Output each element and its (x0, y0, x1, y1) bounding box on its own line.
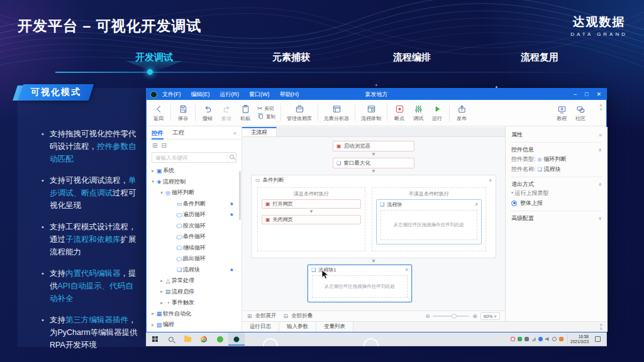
nav-tab-3[interactable]: 流程编排 (377, 52, 447, 63)
nav-tab-4[interactable]: 流程复用 (505, 52, 574, 63)
favorite-star-icon[interactable]: ★ (230, 267, 234, 273)
tray-orange-icon[interactable] (559, 337, 564, 341)
toolbar-analyzer-button[interactable]: 元素分析器 (321, 104, 352, 122)
toolbar-deps-button[interactable]: 管理依赖库 (284, 104, 315, 122)
tree-item-3[interactable]: ▾◎循环判断 (147, 187, 242, 199)
tree-item-9[interactable]: ◯跳出循环 (147, 253, 242, 265)
volume-icon[interactable] (545, 337, 550, 341)
tree-caret-icon[interactable]: ▸ (159, 300, 164, 305)
node-condition-container[interactable]: ▭ 条件判断 ∧ 满足条件时执行 ▣打开网页▼▣关闭网页 (251, 175, 496, 258)
nav-tab-2[interactable]: 元素捕获 (257, 52, 326, 63)
tree-item-8[interactable]: ◯继续循环 (147, 243, 242, 254)
tree-item-5[interactable]: ◯遍历循环★ (147, 209, 242, 221)
toolbar-collapse-icon[interactable]: ∧∧ (599, 104, 602, 111)
file-explorer-button[interactable] (179, 332, 196, 346)
expand-all-icon[interactable]: ⊞ (247, 313, 252, 319)
toolbar-breakpoint-button[interactable]: 断点 (390, 104, 409, 122)
collapse-all-button[interactable]: 全部折叠 (291, 312, 313, 320)
bottom-tab-1[interactable]: 运行日志 (242, 322, 279, 332)
toolbar-back-button[interactable]: 返回 (149, 104, 168, 122)
search-icon[interactable] (227, 153, 236, 162)
tab-project[interactable]: 工程 (172, 129, 184, 137)
zoom-in-icon[interactable]: ⊕ (472, 313, 477, 319)
node-step-2[interactable]: ▣关闭网页 (262, 215, 361, 224)
toolbar-paste-button[interactable]: 粘贴 (236, 104, 255, 122)
collapse-all-icon[interactable]: ⊟ (284, 313, 289, 319)
close-button[interactable]: ✕ (596, 91, 601, 97)
tab-main-flow[interactable]: 主流程 (242, 127, 277, 136)
panel-collapse-icon[interactable]: « (233, 130, 236, 136)
section-caret-icon[interactable]: ∧ (598, 182, 602, 187)
tree-item-1[interactable]: ▸▣系统 (147, 165, 242, 177)
tray-blue-icon[interactable] (538, 337, 543, 341)
tree-item-12[interactable]: ▸▤流程启停 (147, 287, 242, 298)
minimize-button[interactable]: – (574, 91, 577, 97)
menu-item-4[interactable]: 窗口(W) (249, 90, 270, 99)
tray-shield-icon[interactable] (511, 337, 515, 341)
collapse-caret-icon[interactable]: ∧ (489, 178, 492, 183)
toolbar-undo-button[interactable]: 撤销 (198, 104, 217, 122)
toolbar-save-button[interactable]: 保存 (174, 104, 192, 122)
zoom-percent-dropdown[interactable]: 90% ˅ (480, 312, 500, 320)
section-caret-icon[interactable]: ∧ (598, 147, 602, 153)
browser-360-button[interactable] (212, 332, 228, 346)
node-launch-browser[interactable]: ▣ 启动浏览器 (333, 141, 414, 151)
node-process-block[interactable]: ❏ 流程块 ∧ 从左侧控件区拖拽操作控件到此处 (376, 199, 482, 244)
toolbar-debug-button[interactable]: 调试 (409, 104, 428, 122)
taskbar-clock[interactable]: 16:58 2021/3/23 (567, 334, 591, 344)
tree-caret-icon[interactable]: ▸ (150, 322, 155, 327)
tree-item-13[interactable]: ▸◔事件触发 (147, 297, 242, 309)
collapse-all-icon[interactable]: ⊟ (161, 142, 166, 149)
toolbar-cut-button[interactable]: ✂剪切 (257, 105, 275, 112)
collapse-caret-icon[interactable]: ∧ (405, 267, 408, 272)
collapse-caret-icon[interactable]: ∧ (475, 202, 478, 207)
radio-whole-report[interactable]: 整体上报 (511, 198, 602, 208)
bottom-collapse-icon[interactable]: ∧∧ (599, 323, 602, 331)
toolbar-run-button[interactable]: 运行 (428, 104, 447, 122)
bottom-tab-2[interactable]: 输入参数 (279, 322, 316, 332)
bottom-tab-3[interactable]: 变量列表 (316, 322, 353, 332)
tree-item-14[interactable]: ▸▦软件自动化 (147, 309, 242, 320)
rpa-app-button[interactable] (228, 332, 245, 346)
menu-item-3[interactable]: 运行(R) (220, 90, 240, 99)
action-center-icon[interactable] (595, 336, 601, 342)
restore-button[interactable]: □ (585, 91, 588, 97)
tree-item-15[interactable]: ▸▧编程 (147, 319, 242, 331)
search-input[interactable] (152, 155, 227, 161)
bluetooth-icon[interactable] (552, 337, 557, 341)
menu-item-1[interactable]: 文件(F) (162, 90, 181, 99)
tray-gray-icon[interactable] (525, 337, 529, 341)
tree-caret-icon[interactable]: ▸ (159, 278, 164, 283)
tree-item-2[interactable]: ▾◈流程控制 (147, 177, 242, 188)
menu-item-2[interactable]: 编辑(E) (191, 90, 210, 99)
chrome-button[interactable] (196, 332, 212, 346)
toolbar-record-button[interactable]: 流程录制 (358, 104, 384, 122)
tree-caret-icon[interactable]: ▸ (159, 289, 164, 294)
tree-item-10[interactable]: ❏流程块★ (147, 265, 242, 276)
tree-caret-icon[interactable]: ▸ (150, 311, 155, 316)
taskbar-search-button[interactable] (163, 332, 179, 346)
favorite-star-icon[interactable]: ★ (230, 212, 234, 217)
zoom-slider[interactable] (433, 315, 469, 317)
panel-scrollbar[interactable] (239, 171, 241, 220)
favorite-star-icon[interactable]: ★ (230, 201, 234, 207)
section-caret-icon[interactable]: ∨ (598, 216, 602, 221)
toolbar-tutorial-button[interactable]: 教程 (552, 104, 571, 122)
tree-item-4[interactable]: ▭条件判断★ (147, 199, 242, 210)
tab-controls[interactable]: 控件 (152, 127, 164, 140)
node-step-1[interactable]: ▣打开网页 (262, 199, 361, 209)
menu-item-5[interactable]: 帮助(H) (280, 90, 299, 99)
node-maximize-window[interactable]: ❏ 窗口最大化 (333, 158, 414, 168)
expand-all-icon[interactable]: ⊞ (152, 142, 157, 149)
expand-all-button[interactable]: 全部展开 (255, 312, 277, 320)
zoom-out-icon[interactable]: ⊖ (425, 313, 430, 319)
toolbar-copy-button[interactable]: 复制 (257, 112, 275, 121)
toolbar-publish-button[interactable]: 发布 (452, 104, 471, 122)
toolbar-community-button[interactable]: 社区 (571, 104, 590, 122)
tree-caret-icon[interactable]: ▾ (159, 190, 164, 195)
tree-item-6[interactable]: ◯按次循环 (147, 221, 242, 232)
start-button[interactable] (147, 332, 163, 346)
tree-item-11[interactable]: ▸△异常处理 (147, 275, 242, 287)
network-icon[interactable] (531, 337, 536, 341)
flow-canvas[interactable]: ▣ 启动浏览器 ▼ ❏ 窗口最大化 ▼ ▭ (242, 137, 505, 310)
